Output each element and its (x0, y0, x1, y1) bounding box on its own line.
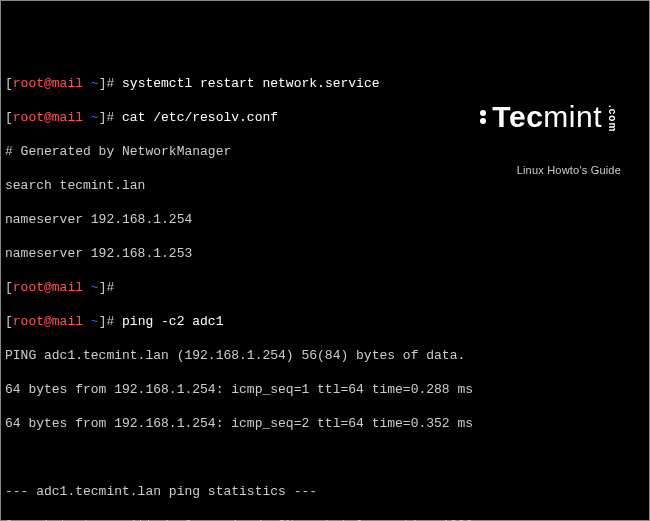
output-line: nameserver 192.168.1.254 (5, 211, 645, 228)
terminal-window[interactable]: Tecmint.com Linux Howto's Guide [root@ma… (0, 0, 650, 521)
prompt-line: [root@mail ~]# cat /etc/resolv.conf (5, 109, 645, 126)
command-input[interactable]: ping -c2 adc1 (122, 314, 223, 329)
prompt-line: [root@mail ~]# systemctl restart network… (5, 75, 645, 92)
output-line: search tecmint.lan (5, 177, 645, 194)
output-line: # Generated by NetworkManager (5, 143, 645, 160)
output-line: PING adc1.tecmint.lan (192.168.1.254) 56… (5, 347, 645, 364)
output-line: 2 packets transmitted, 2 received, 0% pa… (5, 517, 645, 521)
output-line: nameserver 192.168.1.253 (5, 245, 645, 262)
prompt-path: ~ (83, 76, 99, 91)
output-blank (5, 449, 645, 466)
prompt-line: [root@mail ~]# (5, 279, 645, 296)
prompt-line: [root@mail ~]# ping -c2 adc1 (5, 313, 645, 330)
prompt-user: root@mail (13, 76, 83, 91)
output-line: 64 bytes from 192.168.1.254: icmp_seq=1 … (5, 381, 645, 398)
command-input[interactable]: cat /etc/resolv.conf (122, 110, 278, 125)
output-line: 64 bytes from 192.168.1.254: icmp_seq=2 … (5, 415, 645, 432)
output-line: --- adc1.tecmint.lan ping statistics --- (5, 483, 645, 500)
command-input[interactable]: systemctl restart network.service (122, 76, 379, 91)
